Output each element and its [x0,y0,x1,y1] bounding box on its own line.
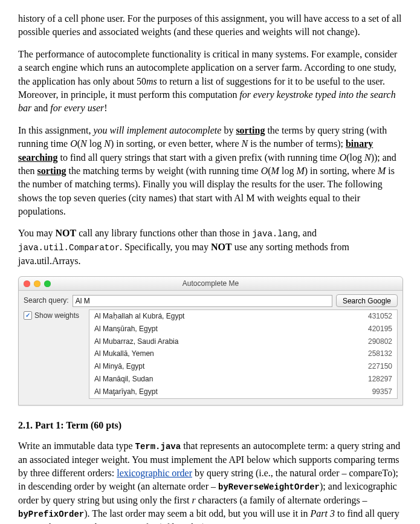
result-weight: 227150 [368,361,392,372]
results-list: Al Maḥallah al Kubrá, Egypt431052Al Manş… [89,309,398,399]
result-row[interactable]: Al Maḥallah al Kubrá, Egypt431052 [89,310,397,323]
result-city: Al Mukallā, Yemen [94,349,154,359]
autocomplete-window: Autocomplete Me Search query: Search Goo… [18,276,403,406]
var-n: N [364,152,371,163]
text: by [221,125,236,135]
result-row[interactable]: Al Manşūrah, Egypt420195 [89,323,397,335]
result-city: Al Minyā, Egypt [94,361,144,372]
text: to find all query strings that start wit… [57,152,339,163]
text: the matching terms by weight (with runni… [66,166,261,176]
text: call any library functions other than th… [76,228,252,238]
result-weight: 431052 [368,311,392,322]
text-ms: ms [146,76,157,86]
paragraph-intro: history of a cell phone user. For the pu… [18,12,402,39]
text-not: NOT [56,228,77,238]
search-google-button[interactable]: Search Google [336,294,398,307]
big-o: O [70,138,77,149]
text: and [31,103,50,113]
var-m: M [378,166,386,176]
big-o: O [261,166,268,176]
text: , and [298,228,317,238]
text: ) in sorting, where [305,166,378,176]
paragraph-performance: The performance of autocomplete function… [18,48,402,115]
result-weight: 99357 [372,387,392,397]
result-weight: 420195 [368,324,392,334]
text: log [87,138,104,149]
result-row[interactable]: Al Maţarīyah, Egypt99357 [89,386,397,398]
result-row[interactable]: Al Mubarraz, Saudi Arabia290802 [89,335,397,348]
result-city: Al Manāqil, Sudan [94,374,153,384]
text: . Specifically, you may [120,242,211,252]
search-label: Search query: [24,296,69,306]
paragraph-restrictions: You may NOT call any library functions o… [18,227,402,268]
text-emph: for every user [50,103,104,113]
code-java-lang: java.lang [252,229,298,239]
code-comparator: java.util.Comparator [18,243,120,253]
result-weight: 128297 [368,374,392,384]
text: You may [18,228,56,238]
checkbox-icon[interactable]: ✓ [24,311,32,320]
paragraph-term: Write an immutable data type Term.java t… [18,439,402,524]
big-o: O [340,152,347,163]
result-row[interactable]: Al Manāqil, Sudan128297 [89,373,397,386]
result-city: Al Mubarraz, Saudi Arabia [94,337,178,347]
text-not: NOT [211,242,232,252]
controls-row: ✓ Show weights Al Maḥallah al Kubrá, Egy… [19,307,402,405]
code-term-java: Term.java [135,442,181,451]
window-titlebar: Autocomplete Me [19,277,402,291]
search-toolbar: Search query: Search Google [19,291,402,307]
text: In this assignment, [18,125,93,135]
code-by-prefix-order: byPrefixOrder [18,509,84,519]
text: ) in sorting, or even better, where [111,138,242,149]
var-n: N [242,138,248,149]
text-part3: Part 3 [311,508,335,519]
text-emph: you will implement autocomplete [93,125,221,135]
show-weights-checkbox[interactable]: ✓ Show weights [24,309,90,321]
result-row[interactable]: Al Mukallā, Yemen258132 [89,348,397,360]
result-city: Al Maḥallah al Kubrá, Egypt [94,311,184,322]
text: ). The last order may seem a bit odd, bu… [84,508,310,519]
code-by-reverse-weight-order: byReverseWeightOrder [218,482,320,492]
var-n: N [104,138,111,149]
search-input[interactable] [73,295,332,307]
text: ! [104,103,107,113]
text: log [279,166,296,176]
result-city: Al Maţarīyah, Egypt [94,387,158,397]
text: characters (a family of alternate orderi… [196,495,367,505]
text: is the number of terms); [248,138,346,149]
checkbox-label: Show weights [34,311,79,321]
text: Write an immutable data type [18,441,135,451]
window-title: Autocomplete Me [19,279,402,289]
var-n: N [80,138,87,149]
text: (log [346,152,364,163]
result-weight: 258132 [368,349,392,359]
text-sorting: sorting [236,125,265,135]
text-sorting: sorting [37,166,66,176]
result-row[interactable]: Al Minyā, Egypt227150 [89,360,397,373]
result-city: Al Manşūrah, Egypt [94,324,158,334]
var-m: M [271,166,279,176]
section-heading: 2.1. Part 1: Term (60 pts) [18,419,402,432]
paragraph-assignment: In this assignment, you will implement a… [18,124,402,219]
var-m: M [296,166,304,176]
lexicographic-order-link[interactable]: lexicographic order [117,468,192,478]
result-weight: 290802 [368,337,392,347]
